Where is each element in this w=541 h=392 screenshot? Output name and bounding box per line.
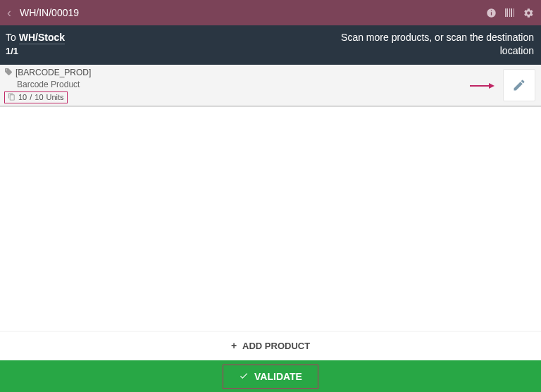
to-label: To [6,32,16,43]
svg-rect-1 [491,12,492,15]
validate-label: VALIDATE [254,371,302,382]
back-button[interactable]: ‹ [7,6,11,20]
product-name: Barcode Product [17,80,469,89]
plus-icon: + [231,340,237,351]
arrow-right-icon [469,76,495,94]
add-product-button[interactable]: + ADD PRODUCT [0,331,541,360]
info-icon[interactable] [486,8,497,18]
qty-uom: Units [46,93,64,101]
tag-icon [4,68,13,78]
edit-button[interactable] [503,69,535,101]
destination-bar: To WH/Stock 1/1 Scan more products, or s… [0,25,541,65]
validate-bar: VALIDATE [0,360,541,392]
quantity-badge: 10 / 10 Units [4,91,68,103]
product-code: [BARCODE_PROD] [15,68,91,77]
svg-marker-4 [489,83,495,89]
product-list[interactable]: [BARCODE_PROD] Barcode Product 10 / 10 U… [0,65,541,331]
package-icon [8,93,15,102]
add-product-label: ADD PRODUCT [242,341,310,351]
qty-done: 10 [18,93,27,101]
qty-total: 10 [35,93,43,101]
check-icon [239,371,249,383]
product-row[interactable]: [BARCODE_PROD] Barcode Product 10 / 10 U… [0,65,541,107]
destination-location[interactable]: WH/Stock [19,32,65,44]
svg-rect-2 [491,10,492,11]
page-counter: 1/1 [6,45,65,58]
qty-separator: / [30,93,32,101]
validate-button[interactable]: VALIDATE [223,365,318,389]
gear-icon[interactable] [523,8,534,18]
scan-hint: Scan more products, or scan the destinat… [323,31,534,58]
top-bar: ‹ WH/IN/00019 [0,0,541,25]
barcode-icon[interactable] [505,8,515,17]
picking-title: WH/IN/00019 [20,7,79,18]
